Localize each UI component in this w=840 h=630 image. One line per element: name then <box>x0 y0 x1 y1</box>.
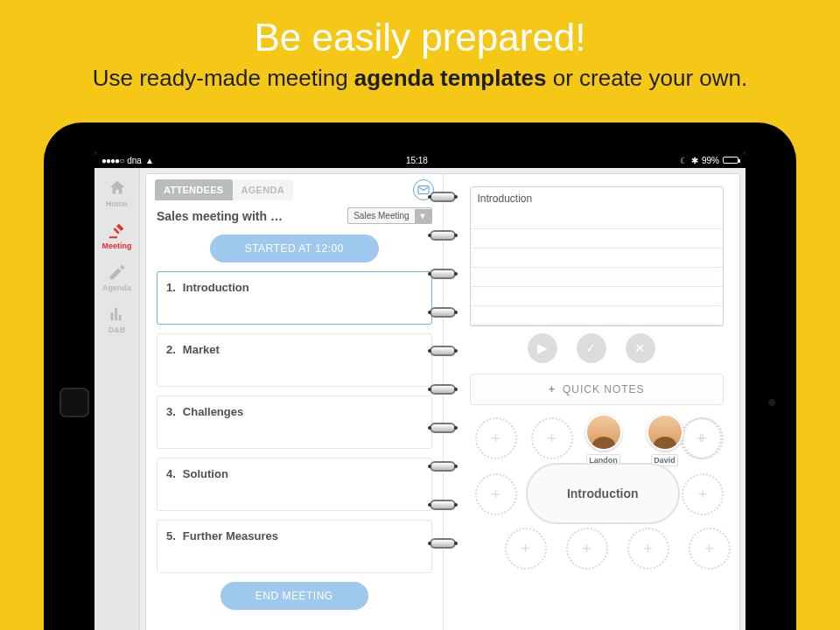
battery-icon <box>723 157 738 164</box>
tablet-camera <box>768 399 775 406</box>
close-button[interactable]: ✕ <box>626 333 655 363</box>
hero-subtitle: Use ready-made meeting agenda templates … <box>0 65 840 92</box>
template-selected-label: Sales Meeting <box>348 208 414 223</box>
home-icon <box>96 178 138 198</box>
carrier-label: dna <box>127 156 142 165</box>
moon-icon: ☾ <box>680 156 688 165</box>
sidebar-item-meeting[interactable]: Meeting <box>96 215 138 256</box>
tab-agenda[interactable]: AGENDA <box>233 179 293 200</box>
status-bar: ●●●●○ dna ▲ 15:18 ☾ ✱ 99% <box>94 152 746 168</box>
sidebar-item-agenda[interactable]: Agenda <box>96 257 138 298</box>
signal-dots-icon: ●●●●○ <box>102 156 123 165</box>
play-button[interactable]: ▶ <box>528 333 557 363</box>
battery-percent: 99% <box>702 156 719 165</box>
hero-title: Be easily prepared! <box>0 0 840 60</box>
empty-seat[interactable]: + <box>566 528 608 570</box>
check-button[interactable]: ✓ <box>577 333 606 363</box>
hero-sub-bold: agenda templates <box>354 65 547 91</box>
sidebar-item-label: Agenda <box>96 284 138 292</box>
empty-seat[interactable]: + <box>475 473 517 515</box>
meeting-title: Sales meeting with … <box>157 209 342 223</box>
tablet-screen: ●●●●○ dna ▲ 15:18 ☾ ✱ 99% Home <box>94 152 746 630</box>
agenda-item-num: 2. <box>166 343 176 356</box>
right-page: Introduction ▶ ✓ ✕ +QUICK NOTES + + <box>444 174 740 630</box>
note-lines <box>471 210 724 326</box>
agenda-item-num: 3. <box>166 405 176 418</box>
tablet-frame: ●●●●○ dna ▲ 15:18 ☾ ✱ 99% Home <box>44 122 796 630</box>
table-topic: Introduction <box>526 463 681 524</box>
agenda-item-title: Further Measures <box>183 529 278 542</box>
note-box[interactable]: Introduction <box>470 186 724 326</box>
agenda-item-title: Introduction <box>183 281 249 294</box>
template-select[interactable]: Sales Meeting ▼ <box>347 207 431 224</box>
bluetooth-icon: ✱ <box>691 156 698 165</box>
seating-area: + + + + + + + + + + Landon <box>470 414 724 571</box>
chevron-down-icon: ▼ <box>415 209 431 223</box>
empty-seat[interactable]: + <box>627 528 669 570</box>
agenda-item-title: Market <box>183 343 220 356</box>
app-sidebar: Home Meeting Agenda <box>94 168 140 630</box>
agenda-list: 1.Introduction 2.Market 3.Challenges 4.S… <box>146 271 443 573</box>
left-page: ATTENDEES AGENDA Sales meeting with … Sa… <box>146 174 444 630</box>
plus-icon: + <box>549 383 556 396</box>
sidebar-item-home[interactable]: Home <box>96 173 138 214</box>
agenda-item-num: 5. <box>166 529 176 542</box>
sidebar-item-label: Meeting <box>96 242 138 250</box>
wifi-icon: ▲ <box>145 156 154 165</box>
empty-seat[interactable]: + <box>505 528 547 570</box>
chart-icon <box>96 304 138 324</box>
avatar <box>585 414 622 451</box>
quick-notes-label: QUICK NOTES <box>563 383 645 396</box>
notebook: ATTENDEES AGENDA Sales meeting with … Sa… <box>145 173 740 630</box>
agenda-item[interactable]: 5.Further Measures <box>157 520 432 573</box>
gavel-icon <box>96 220 138 240</box>
agenda-item-title: Challenges <box>183 405 243 418</box>
agenda-item-num: 4. <box>166 467 176 480</box>
attendee-david[interactable]: David <box>641 414 689 466</box>
agenda-item[interactable]: 3.Challenges <box>157 396 432 449</box>
agenda-item[interactable]: 1.Introduction <box>157 271 432 325</box>
sidebar-item-label: D&B <box>96 326 138 334</box>
edit-icon <box>96 262 138 282</box>
empty-seat[interactable]: + <box>682 473 724 515</box>
attendee-landon[interactable]: Landon <box>580 414 627 466</box>
close-icon: ✕ <box>634 340 646 356</box>
empty-seat[interactable]: + <box>531 417 573 459</box>
empty-seat[interactable]: + <box>475 417 517 459</box>
mail-icon[interactable] <box>413 179 434 200</box>
agenda-item[interactable]: 2.Market <box>157 333 432 387</box>
tab-attendees[interactable]: ATTENDEES <box>155 179 233 200</box>
started-at-button[interactable]: STARTED AT 12:00 <box>210 234 379 262</box>
clock: 15:18 <box>406 156 428 165</box>
empty-seat[interactable]: + <box>689 528 731 570</box>
avatar <box>647 414 683 451</box>
tablet-home-button[interactable] <box>60 388 89 417</box>
sidebar-item-db[interactable]: D&B <box>96 299 138 340</box>
note-title: Introduction <box>471 187 724 210</box>
agenda-item[interactable]: 4.Solution <box>157 458 432 511</box>
sidebar-item-label: Home <box>96 200 138 208</box>
end-meeting-button[interactable]: END MEETING <box>220 582 368 610</box>
hero-sub-pre: Use ready-made meeting <box>93 65 354 91</box>
agenda-item-num: 1. <box>166 281 176 294</box>
play-icon: ▶ <box>537 340 548 356</box>
quick-notes-button[interactable]: +QUICK NOTES <box>470 374 724 405</box>
hero-sub-post: or create your own. <box>547 65 748 91</box>
check-icon: ✓ <box>585 340 597 356</box>
agenda-item-title: Solution <box>183 467 228 480</box>
